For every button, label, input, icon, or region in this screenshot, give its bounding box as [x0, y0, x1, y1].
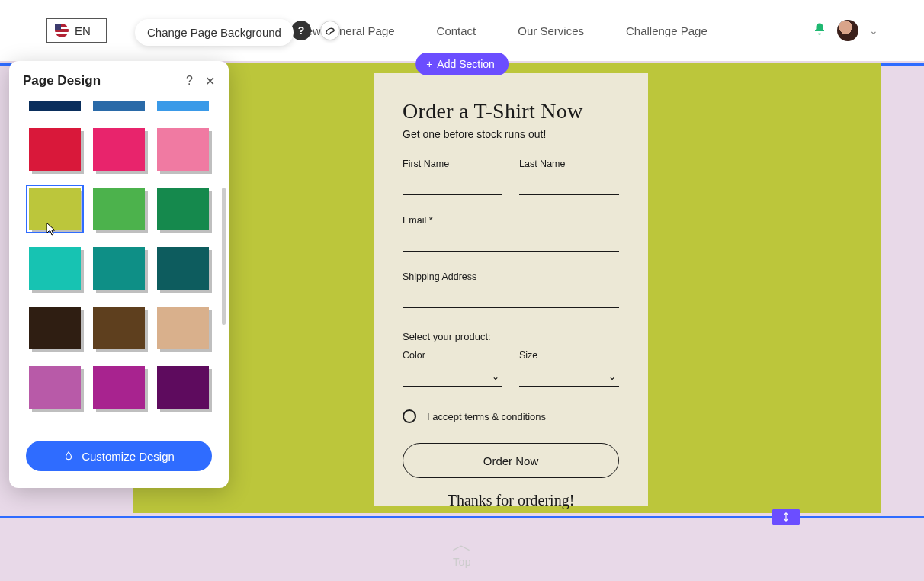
panel-help-icon[interactable]: ?: [186, 74, 193, 88]
close-icon[interactable]: ✕: [205, 74, 215, 88]
chevron-up-icon: ︿: [452, 534, 472, 554]
color-swatch[interactable]: [29, 366, 81, 409]
color-label: Color: [403, 350, 502, 361]
terms-checkbox[interactable]: [403, 409, 416, 423]
first-name-label: First Name: [403, 159, 502, 169]
email-input[interactable]: [403, 229, 619, 252]
color-swatch[interactable]: [157, 366, 209, 409]
product-label: Select your product:: [403, 331, 619, 342]
color-swatch[interactable]: [29, 188, 81, 230]
language-selector[interactable]: EN: [46, 18, 107, 43]
nav-item-new-page[interactable]: New General Page: [298, 24, 395, 37]
form-subtitle: Get one before stock runs out!: [403, 128, 619, 140]
address-input[interactable]: [403, 285, 619, 308]
color-swatch[interactable]: [29, 247, 81, 290]
color-swatch[interactable]: [157, 247, 209, 290]
nav-item-contact[interactable]: Contact: [437, 24, 476, 37]
color-swatch[interactable]: [93, 247, 145, 290]
customize-design-label: Customize Design: [82, 450, 175, 463]
page-design-icon[interactable]: [320, 21, 340, 40]
nav-menu: New General Page Contact Our Services Ch…: [298, 24, 707, 37]
color-swatch[interactable]: [93, 188, 145, 230]
color-swatch[interactable]: [93, 307, 145, 349]
color-swatch-grid: [9, 101, 229, 432]
plus-icon: +: [426, 58, 432, 70]
back-to-top[interactable]: ︿ Top: [0, 521, 924, 581]
add-section-button[interactable]: + Add Section: [415, 53, 509, 75]
user-avatar[interactable]: [837, 20, 858, 41]
nav-item-services[interactable]: Our Services: [518, 24, 584, 37]
top-label: Top: [453, 556, 471, 568]
tooltip-change-bg: Change Page Background: [135, 19, 294, 46]
color-swatch[interactable]: [29, 307, 81, 349]
last-name-input[interactable]: [519, 172, 619, 195]
email-label: Email *: [403, 215, 619, 226]
order-now-button[interactable]: Order Now: [403, 443, 619, 478]
chevron-down-icon[interactable]: ⌄: [869, 24, 878, 37]
notifications-icon[interactable]: [813, 22, 826, 39]
size-select[interactable]: [519, 364, 619, 387]
customize-design-button[interactable]: Customize Design: [26, 441, 212, 471]
language-label: EN: [75, 24, 91, 37]
flag-icon: [55, 24, 69, 37]
terms-label: I accept terms & conditions: [427, 411, 546, 422]
color-select[interactable]: [403, 364, 502, 387]
color-swatch[interactable]: [29, 101, 81, 111]
form-title: Order a T-Shirt Now: [403, 99, 619, 124]
color-swatch[interactable]: [157, 188, 209, 230]
color-swatch[interactable]: [93, 128, 145, 171]
color-swatch[interactable]: [157, 307, 209, 349]
nav-item-challenge[interactable]: Challenge Page: [626, 24, 707, 37]
page-design-panel: Page Design ? ✕ Customize Design: [9, 61, 229, 488]
scrollbar[interactable]: [222, 188, 226, 325]
add-section-label: Add Section: [437, 58, 495, 70]
color-swatch[interactable]: [157, 128, 209, 171]
thanks-message: Thanks for ordering!: [403, 492, 619, 509]
order-form: Order a T-Shirt Now Get one before stock…: [374, 73, 648, 506]
color-swatch[interactable]: [93, 366, 145, 409]
address-label: Shipping Address: [403, 271, 619, 282]
help-icon[interactable]: ?: [291, 21, 311, 40]
color-swatch[interactable]: [157, 101, 209, 111]
section-resize-handle[interactable]: [772, 509, 800, 525]
last-name-label: Last Name: [519, 159, 619, 169]
first-name-input[interactable]: [403, 172, 502, 195]
color-swatch[interactable]: [29, 128, 81, 171]
panel-title: Page Design: [23, 73, 101, 88]
color-swatch[interactable]: [93, 101, 145, 111]
size-label: Size: [519, 350, 619, 361]
